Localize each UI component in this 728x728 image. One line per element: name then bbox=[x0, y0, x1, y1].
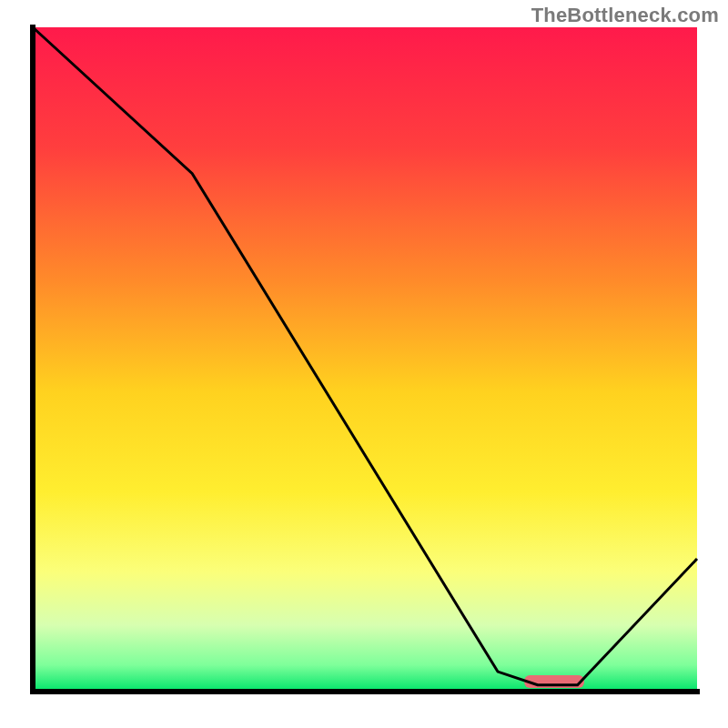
bottleneck-chart bbox=[0, 0, 728, 728]
chart-container: TheBottleneck.com bbox=[0, 0, 728, 728]
attribution-text: TheBottleneck.com bbox=[531, 4, 719, 27]
plot-background bbox=[33, 27, 697, 692]
